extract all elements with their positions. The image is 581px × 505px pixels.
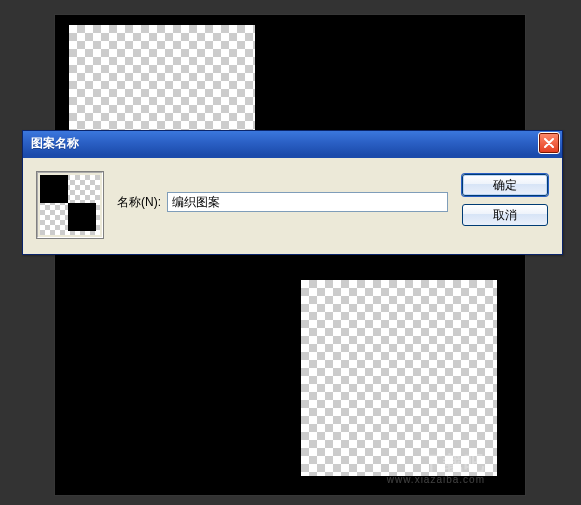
pattern-name-dialog: 图案名称 名称(N): 确定 取消 [22,130,563,255]
dialog-title: 图案名称 [31,135,538,152]
name-label: 名称(N): [117,194,161,211]
name-row: 名称(N): [117,192,448,212]
preview-tile-br [68,203,96,231]
preview-tile-tl [40,175,68,203]
transparent-region-bottom [301,280,497,476]
pattern-preview [37,172,103,238]
pattern-name-input[interactable] [167,192,448,212]
app-stage: 下载吧 www.xiazaiba.com 图案名称 名称(N): [0,0,581,505]
dialog-buttons: 确定 取消 [462,174,548,226]
close-icon [544,138,554,148]
ok-button[interactable]: 确定 [462,174,548,196]
dialog-titlebar[interactable]: 图案名称 [23,131,562,155]
cancel-button[interactable]: 取消 [462,204,548,226]
close-button[interactable] [538,132,560,154]
editor-canvas: 下载吧 www.xiazaiba.com [55,15,525,495]
dialog-body: 名称(N): 确定 取消 [23,155,562,254]
